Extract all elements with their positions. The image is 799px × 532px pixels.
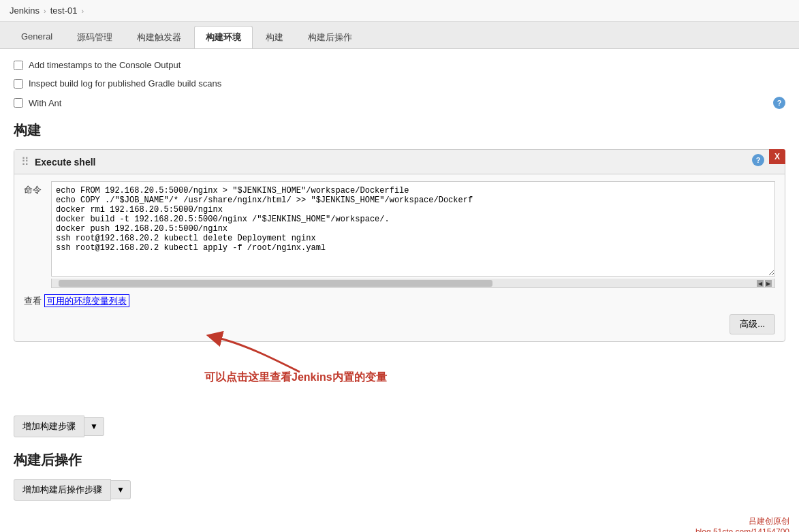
tab-build[interactable]: 构建: [254, 26, 295, 48]
drag-handle-icon[interactable]: ⠿: [21, 155, 29, 168]
main-content: Add timestamps to the Console Output Ins…: [0, 49, 799, 512]
breadcrumb-test01[interactable]: test-01: [50, 5, 78, 16]
checkbox-gradle[interactable]: [14, 79, 23, 89]
annotation-area: 可以点击这里查看Jenkins内置的变量: [14, 351, 785, 406]
post-build-title: 构建后操作: [14, 451, 785, 469]
checkbox-row-2: Inspect build log for published Gradle b…: [14, 78, 785, 89]
hscroll-thumb: [59, 280, 492, 287]
add-step-btn-row: 增加构建步骤 ▼: [14, 416, 785, 437]
tab-bar: General 源码管理 构建触发器 构建环境 构建 构建后操作: [0, 22, 799, 49]
build-section-title: 构建: [14, 121, 785, 140]
breadcrumb-sep-2: ›: [82, 7, 84, 15]
command-textarea-wrapper: echo FROM 192.168.20.5:5000/nginx > "$JE…: [51, 181, 775, 288]
help-icon-shell[interactable]: ?: [752, 154, 764, 166]
execute-shell-body: 命令 echo FROM 192.168.20.5:5000/nginx > "…: [14, 174, 785, 341]
annotation-text: 可以点击这里查看Jenkins内置的变量: [204, 371, 387, 385]
tab-general[interactable]: General: [10, 26, 64, 48]
checkbox-with-ant[interactable]: [14, 98, 23, 108]
page-footer: 吕建创原创 blog.51cto.com/14154700 ©51CTO博客: [0, 512, 799, 532]
checkbox-timestamps-label: Add timestamps to the Console Output: [29, 60, 181, 70]
footer-line1: 吕建创原创: [10, 516, 789, 527]
checkbox-with-ant-label: With Ant: [29, 98, 61, 108]
checkbox-gradle-label: Inspect build log for published Gradle b…: [29, 78, 221, 89]
execute-shell-header: ⠿ Execute shell: [14, 150, 785, 174]
checkbox-row-1: Add timestamps to the Console Output: [14, 60, 785, 70]
hscroll-left-arrow[interactable]: ◀: [757, 280, 764, 287]
env-link-prefix: 查看: [24, 296, 42, 306]
footer-line2: blog.51cto.com/14154700: [10, 527, 789, 532]
hscroll-arrows: ◀ ▶: [757, 280, 772, 287]
add-post-build-dropdown-button[interactable]: ▼: [111, 480, 131, 499]
help-icon-with-ant[interactable]: ?: [773, 97, 785, 109]
breadcrumb-sep-1: ›: [44, 7, 46, 15]
env-variables-link[interactable]: 可用的环境变量列表: [44, 294, 129, 307]
checkbox-timestamps[interactable]: [14, 61, 23, 70]
post-build-section: 构建后操作 增加构建后操作步骤 ▼: [14, 451, 785, 501]
hscroll-bar[interactable]: ◀ ▶: [51, 279, 775, 288]
tab-trigger[interactable]: 构建触发器: [125, 26, 193, 48]
command-textarea[interactable]: echo FROM 192.168.20.5:5000/nginx > "$JE…: [51, 181, 775, 277]
add-post-build-button[interactable]: 增加构建后操作步骤: [14, 479, 111, 501]
execute-shell-box: X ? ⠿ Execute shell 命令 echo FROM 192.168…: [14, 149, 785, 342]
add-post-build-btn-row: 增加构建后操作步骤 ▼: [14, 479, 785, 501]
command-row: 命令 echo FROM 192.168.20.5:5000/nginx > "…: [24, 181, 775, 288]
execute-shell-title: Execute shell: [35, 157, 96, 168]
tab-build-env[interactable]: 构建环境: [194, 26, 253, 48]
x-close-button[interactable]: X: [769, 149, 785, 164]
tab-post-build[interactable]: 构建后操作: [296, 26, 364, 48]
breadcrumb-jenkins[interactable]: Jenkins: [10, 5, 40, 16]
advanced-button[interactable]: 高级...: [730, 314, 775, 334]
tab-source[interactable]: 源码管理: [65, 26, 124, 48]
hscroll-right-arrow[interactable]: ▶: [765, 280, 772, 287]
add-step-button[interactable]: 增加构建步骤: [14, 416, 84, 437]
checkbox-row-3: With Ant ?: [14, 97, 785, 109]
breadcrumb: Jenkins › test-01 ›: [0, 0, 799, 22]
command-label: 命令: [24, 181, 44, 196]
env-link-row: 查看 可用的环境变量列表: [24, 295, 775, 307]
add-step-dropdown-button[interactable]: ▼: [84, 417, 104, 436]
